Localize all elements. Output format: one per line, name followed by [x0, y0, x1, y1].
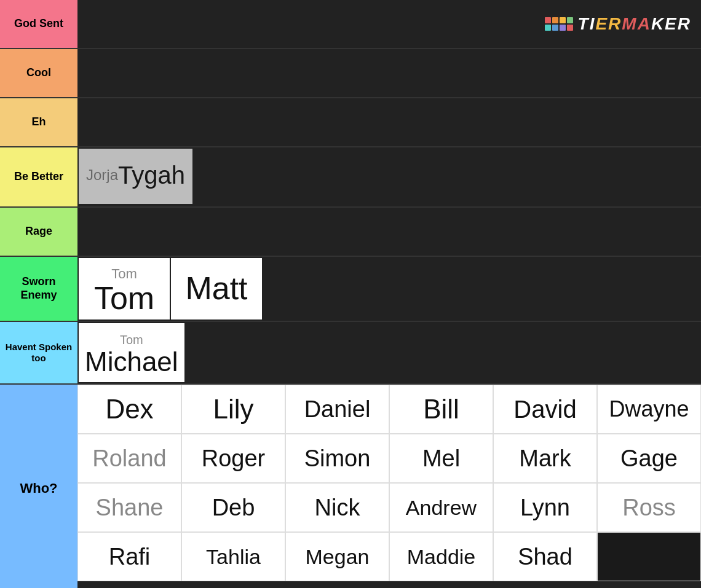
tier-content-cool [77, 49, 701, 97]
list-item: Ross [597, 483, 701, 532]
list-item: Roger [181, 434, 285, 483]
tier-row-who: Who? Dex Lily Daniel Bill David Dwayne R… [0, 385, 701, 588]
tier-content-who: Dex Lily Daniel Bill David Dwayne Roland… [77, 385, 701, 588]
tier-row-be-better: Be Better Jorja Tygah [0, 147, 701, 208]
list-item: Maddie [389, 532, 493, 581]
list-item: Nick [285, 483, 389, 532]
list-item: Dex [77, 385, 181, 434]
tier-row-cool: Cool [0, 49, 701, 98]
tiermaker-text: TiERMAKER [578, 14, 691, 34]
tier-table: God Sent Cool Eh Be Better Jorja Tygah [0, 0, 701, 588]
list-item: Shad [493, 532, 597, 581]
list-item: Lynn [493, 483, 597, 532]
tier-row-rage: Rage [0, 208, 701, 257]
list-item: Daniel [285, 385, 389, 434]
tier-label-rage: Rage [0, 208, 77, 256]
list-item: Jorja Tygah [79, 149, 192, 204]
logo-grid-icon [545, 17, 573, 31]
tier-content-eh [77, 98, 701, 146]
tier-label-eh: Eh [0, 98, 77, 146]
list-item: Roland [77, 434, 181, 483]
tier-content-havent-spoken: Tom Michael [77, 322, 701, 383]
list-item: Shane [77, 483, 181, 532]
list-item [597, 532, 701, 581]
header-bar: TiERMAKER [547, 0, 701, 48]
tier-label-sworn-enemy: Sworn Enemy [0, 257, 77, 321]
list-item: Matt [171, 258, 262, 319]
list-item: Andrew [389, 483, 493, 532]
list-item: Tahlia [181, 532, 285, 581]
list-item: Gage [597, 434, 701, 483]
tier-label-havent-spoken: Havent Spoken too [0, 322, 77, 383]
tier-row-sworn-enemy: Sworn Enemy Tom Tom Matt [0, 257, 701, 322]
list-item: Tom Tom [79, 258, 170, 319]
list-item: Simon [285, 434, 389, 483]
list-item: David [493, 385, 597, 434]
list-item: Lily [181, 385, 285, 434]
list-item: Bill [389, 385, 493, 434]
tiermaker-logo: TiERMAKER [545, 14, 691, 34]
list-item: Tom Michael [79, 323, 184, 382]
list-item: Mel [389, 434, 493, 483]
list-item: Rafi [77, 532, 181, 581]
tier-row-eh: Eh [0, 98, 701, 147]
tier-content-rage [77, 208, 701, 256]
tier-label-who: Who? [0, 385, 77, 588]
who-grid: Dex Lily Daniel Bill David Dwayne Roland… [77, 385, 701, 581]
list-item: Deb [181, 483, 285, 532]
tier-label-be-better: Be Better [0, 147, 77, 206]
list-item: Megan [285, 532, 389, 581]
tier-label-cool: Cool [0, 49, 77, 97]
tier-row-havent-spoken: Havent Spoken too Tom Michael [0, 322, 701, 385]
list-item: Dwayne [597, 385, 701, 434]
list-item: Mark [493, 434, 597, 483]
tier-content-be-better: Jorja Tygah [77, 147, 701, 206]
tier-label-god-sent: God Sent [0, 0, 77, 48]
tier-content-sworn-enemy: Tom Tom Matt [77, 257, 701, 321]
